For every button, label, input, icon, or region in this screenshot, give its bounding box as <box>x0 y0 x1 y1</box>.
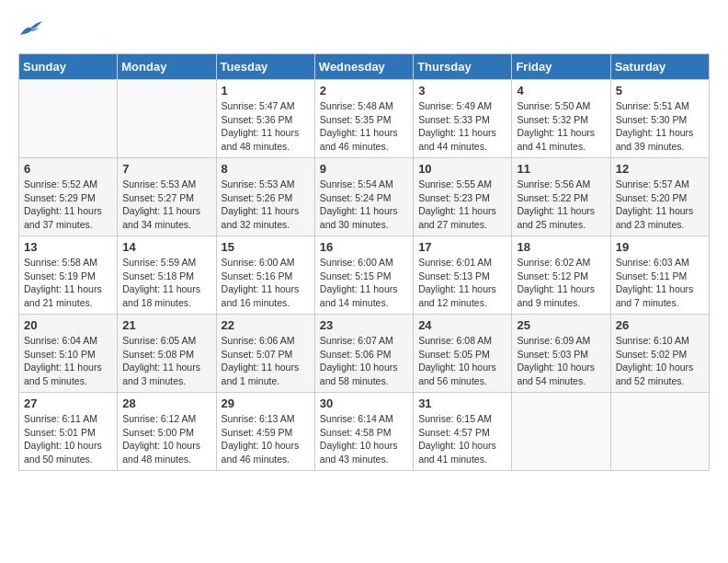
day-detail: Sunrise: 5:53 AMSunset: 5:27 PMDaylight:… <box>122 178 210 232</box>
day-detail: Sunrise: 6:08 AMSunset: 5:05 PMDaylight:… <box>418 334 506 388</box>
day-detail: Sunrise: 6:12 AMSunset: 5:00 PMDaylight:… <box>122 412 210 466</box>
day-number: 24 <box>418 318 506 332</box>
column-header-saturday: Saturday <box>610 54 709 80</box>
calendar-cell: 1Sunrise: 5:47 AMSunset: 5:36 PMDaylight… <box>216 80 314 158</box>
calendar-cell: 31Sunrise: 6:15 AMSunset: 4:57 PMDayligh… <box>414 393 512 471</box>
column-header-thursday: Thursday <box>414 54 512 80</box>
day-detail: Sunrise: 5:54 AMSunset: 5:24 PMDaylight:… <box>320 178 408 232</box>
day-detail: Sunrise: 6:07 AMSunset: 5:06 PMDaylight:… <box>320 334 408 388</box>
day-detail: Sunrise: 5:49 AMSunset: 5:33 PMDaylight:… <box>418 99 506 154</box>
calendar-cell: 22Sunrise: 6:06 AMSunset: 5:07 PMDayligh… <box>216 315 314 393</box>
calendar-cell: 3Sunrise: 5:49 AMSunset: 5:33 PMDaylight… <box>414 80 512 158</box>
day-detail: Sunrise: 5:56 AMSunset: 5:22 PMDaylight:… <box>517 178 605 232</box>
day-detail: Sunrise: 5:52 AMSunset: 5:29 PMDaylight:… <box>24 178 112 232</box>
day-number: 23 <box>320 318 408 332</box>
logo <box>18 18 48 39</box>
day-detail: Sunrise: 5:48 AMSunset: 5:35 PMDaylight:… <box>320 99 408 154</box>
day-detail: Sunrise: 5:47 AMSunset: 5:36 PMDaylight:… <box>222 99 310 154</box>
day-detail: Sunrise: 6:02 AMSunset: 5:12 PMDaylight:… <box>517 256 605 310</box>
logo-bird-icon <box>18 18 44 39</box>
calendar-cell <box>118 80 216 158</box>
day-number: 17 <box>418 240 506 254</box>
day-detail: Sunrise: 6:11 AMSunset: 5:01 PMDaylight:… <box>24 412 112 466</box>
calendar-week-row: 1Sunrise: 5:47 AMSunset: 5:36 PMDaylight… <box>19 80 710 158</box>
calendar-cell: 12Sunrise: 5:57 AMSunset: 5:20 PMDayligh… <box>610 158 709 236</box>
day-number: 20 <box>24 318 112 332</box>
day-number: 12 <box>616 162 704 176</box>
day-number: 11 <box>517 162 605 176</box>
day-number: 13 <box>24 240 112 254</box>
calendar-cell <box>19 80 118 158</box>
day-number: 7 <box>122 162 210 176</box>
column-header-wednesday: Wednesday <box>314 54 413 80</box>
day-number: 16 <box>320 240 408 254</box>
day-number: 27 <box>24 396 112 410</box>
day-detail: Sunrise: 5:50 AMSunset: 5:32 PMDaylight:… <box>517 99 605 154</box>
calendar-cell <box>512 393 610 471</box>
day-detail: Sunrise: 6:13 AMSunset: 4:59 PMDaylight:… <box>222 412 310 466</box>
calendar-cell: 4Sunrise: 5:50 AMSunset: 5:32 PMDaylight… <box>512 80 610 158</box>
day-number: 28 <box>122 396 210 410</box>
calendar-cell: 19Sunrise: 6:03 AMSunset: 5:11 PMDayligh… <box>610 236 709 315</box>
calendar-table: SundayMondayTuesdayWednesdayThursdayFrid… <box>18 53 710 471</box>
day-number: 19 <box>616 240 704 254</box>
day-detail: Sunrise: 6:00 AMSunset: 5:15 PMDaylight:… <box>320 256 408 310</box>
day-number: 1 <box>222 84 310 98</box>
day-number: 10 <box>418 162 506 176</box>
column-header-monday: Monday <box>118 54 216 80</box>
calendar-week-row: 20Sunrise: 6:04 AMSunset: 5:10 PMDayligh… <box>19 315 710 393</box>
calendar-cell: 27Sunrise: 6:11 AMSunset: 5:01 PMDayligh… <box>19 393 118 471</box>
day-number: 31 <box>418 396 506 410</box>
day-detail: Sunrise: 6:05 AMSunset: 5:08 PMDaylight:… <box>122 334 210 388</box>
day-detail: Sunrise: 6:00 AMSunset: 5:16 PMDaylight:… <box>222 256 310 310</box>
calendar-cell: 26Sunrise: 6:10 AMSunset: 5:02 PMDayligh… <box>610 315 709 393</box>
calendar-week-row: 13Sunrise: 5:58 AMSunset: 5:19 PMDayligh… <box>19 236 710 315</box>
day-number: 21 <box>122 318 210 332</box>
calendar-cell: 30Sunrise: 6:14 AMSunset: 4:58 PMDayligh… <box>314 393 413 471</box>
calendar-cell: 29Sunrise: 6:13 AMSunset: 4:59 PMDayligh… <box>216 393 314 471</box>
column-header-sunday: Sunday <box>19 54 118 80</box>
calendar-cell: 24Sunrise: 6:08 AMSunset: 5:05 PMDayligh… <box>414 315 512 393</box>
day-detail: Sunrise: 5:58 AMSunset: 5:19 PMDaylight:… <box>24 256 112 310</box>
calendar-cell: 10Sunrise: 5:55 AMSunset: 5:23 PMDayligh… <box>414 158 512 236</box>
calendar-cell: 5Sunrise: 5:51 AMSunset: 5:30 PMDaylight… <box>610 80 709 158</box>
calendar-cell <box>610 393 709 471</box>
day-detail: Sunrise: 6:10 AMSunset: 5:02 PMDaylight:… <box>616 334 704 388</box>
day-number: 29 <box>222 396 310 410</box>
day-number: 22 <box>222 318 310 332</box>
day-detail: Sunrise: 6:01 AMSunset: 5:13 PMDaylight:… <box>418 256 506 310</box>
day-number: 3 <box>418 84 506 98</box>
calendar-cell: 20Sunrise: 6:04 AMSunset: 5:10 PMDayligh… <box>19 315 118 393</box>
day-number: 6 <box>24 162 112 176</box>
day-detail: Sunrise: 6:06 AMSunset: 5:07 PMDaylight:… <box>222 334 310 388</box>
day-number: 4 <box>517 84 605 98</box>
calendar-cell: 8Sunrise: 5:53 AMSunset: 5:26 PMDaylight… <box>216 158 314 236</box>
calendar-cell: 25Sunrise: 6:09 AMSunset: 5:03 PMDayligh… <box>512 315 610 393</box>
day-number: 30 <box>320 396 408 410</box>
day-number: 8 <box>222 162 310 176</box>
calendar-week-row: 6Sunrise: 5:52 AMSunset: 5:29 PMDaylight… <box>19 158 710 236</box>
calendar-header-row: SundayMondayTuesdayWednesdayThursdayFrid… <box>19 54 710 80</box>
day-detail: Sunrise: 6:04 AMSunset: 5:10 PMDaylight:… <box>24 334 112 388</box>
day-detail: Sunrise: 5:59 AMSunset: 5:18 PMDaylight:… <box>122 256 210 310</box>
column-header-friday: Friday <box>512 54 610 80</box>
column-header-tuesday: Tuesday <box>216 54 314 80</box>
calendar-cell: 28Sunrise: 6:12 AMSunset: 5:00 PMDayligh… <box>118 393 216 471</box>
calendar-cell: 2Sunrise: 5:48 AMSunset: 5:35 PMDaylight… <box>314 80 413 158</box>
day-number: 9 <box>320 162 408 176</box>
calendar-cell: 16Sunrise: 6:00 AMSunset: 5:15 PMDayligh… <box>314 236 413 315</box>
day-number: 15 <box>222 240 310 254</box>
page-header <box>18 18 710 39</box>
day-detail: Sunrise: 6:14 AMSunset: 4:58 PMDaylight:… <box>320 412 408 466</box>
calendar-cell: 6Sunrise: 5:52 AMSunset: 5:29 PMDaylight… <box>19 158 118 236</box>
day-detail: Sunrise: 5:57 AMSunset: 5:20 PMDaylight:… <box>616 178 704 232</box>
day-number: 18 <box>517 240 605 254</box>
day-detail: Sunrise: 5:53 AMSunset: 5:26 PMDaylight:… <box>222 178 310 232</box>
calendar-cell: 15Sunrise: 6:00 AMSunset: 5:16 PMDayligh… <box>216 236 314 315</box>
calendar-cell: 11Sunrise: 5:56 AMSunset: 5:22 PMDayligh… <box>512 158 610 236</box>
day-number: 25 <box>517 318 605 332</box>
day-detail: Sunrise: 6:09 AMSunset: 5:03 PMDaylight:… <box>517 334 605 388</box>
day-number: 26 <box>616 318 704 332</box>
day-number: 5 <box>616 84 704 98</box>
day-detail: Sunrise: 5:55 AMSunset: 5:23 PMDaylight:… <box>418 178 506 232</box>
